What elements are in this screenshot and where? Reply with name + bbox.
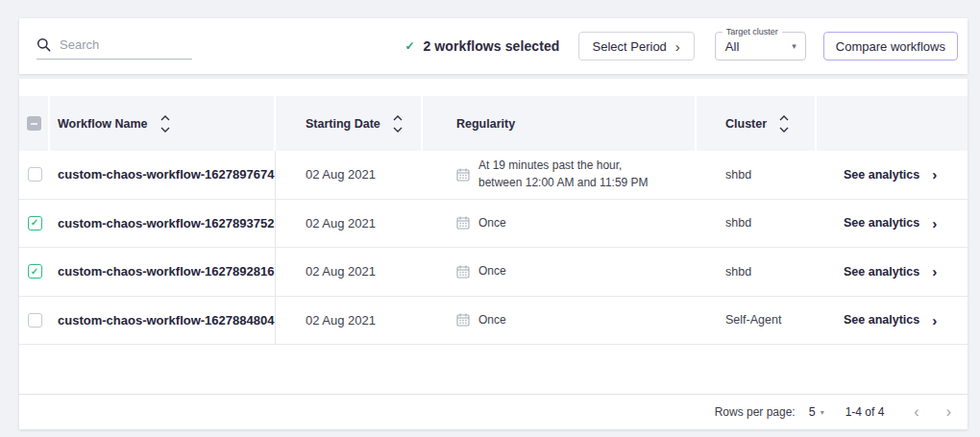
row-checkbox[interactable]: ✓	[28, 216, 42, 231]
table-body: ✓ custom-chaos-workflow-1627897674 02 Au…	[19, 151, 968, 345]
cluster-name: shbd	[725, 168, 751, 182]
see-analytics-label: See analytics	[844, 265, 919, 279]
table-row: ✓ custom-chaos-workflow-1627897674 02 Au…	[19, 151, 968, 200]
selected-summary-text: 2 workflows selected	[423, 38, 559, 54]
pagination-bar: Rows per page: 5 ▾ 1-4 of 4 ‹ ›	[19, 394, 968, 429]
see-analytics-label: See analytics	[844, 216, 919, 230]
previous-page-button[interactable]: ‹	[910, 402, 922, 422]
rows-per-page-label: Rows per page:	[715, 405, 796, 419]
search-icon	[37, 37, 51, 52]
see-analytics-label: See analytics	[844, 313, 919, 327]
sort-cluster[interactable]	[779, 115, 789, 133]
chevron-right-icon: ›	[932, 264, 937, 279]
calendar-icon	[456, 313, 470, 327]
cluster-name: shbd	[725, 265, 751, 279]
caret-down-icon: ▾	[792, 41, 796, 51]
chevron-right-icon: ›	[932, 167, 937, 182]
table-row: ✓ custom-chaos-workflow-1627892816 02 Au…	[19, 248, 968, 297]
see-analytics-link[interactable]: See analytics›	[844, 313, 937, 328]
see-analytics-label: See analytics	[844, 168, 919, 182]
chevron-up-icon	[779, 115, 789, 121]
starting-date: 02 Aug 2021	[306, 264, 376, 279]
selected-workflows-summary: ✓ 2 workflows selected	[404, 38, 559, 54]
calendar-icon	[456, 265, 470, 279]
starting-date: 02 Aug 2021	[306, 313, 376, 328]
rows-per-page-select[interactable]: 5 ▾	[809, 405, 824, 419]
row-checkbox[interactable]: ✓	[28, 264, 42, 279]
workflow-name: custom-chaos-workflow-1627893752	[58, 216, 274, 231]
starting-date: 02 Aug 2021	[306, 216, 376, 231]
workflow-name: custom-chaos-workflow-1627884804	[58, 313, 274, 328]
pagination-range: 1-4 of 4	[845, 405, 885, 419]
check-icon: ✓	[404, 39, 414, 53]
target-cluster-select[interactable]: Target cluster All ▾	[715, 32, 806, 61]
chevron-down-icon	[393, 127, 403, 133]
column-header-cluster: Cluster	[725, 117, 767, 131]
compare-workflows-button[interactable]: Compare workflows	[823, 32, 958, 61]
sort-workflow-name[interactable]	[160, 115, 170, 133]
search-field[interactable]	[37, 37, 192, 60]
row-checkbox[interactable]: ✓	[28, 313, 42, 328]
select-period-button[interactable]: Select Period ›	[578, 32, 695, 61]
calendar-icon	[456, 216, 470, 230]
next-page-button[interactable]: ›	[943, 402, 955, 422]
select-period-label: Select Period	[593, 39, 667, 54]
search-input[interactable]	[60, 37, 175, 52]
regularity-text: Once	[478, 263, 506, 279]
table-header: Workflow Name Starting Date Regularity C…	[19, 96, 968, 151]
regularity-text: Once	[478, 312, 506, 328]
chevron-right-icon: ›	[932, 313, 937, 328]
column-header-regularity: Regularity	[456, 117, 515, 131]
cluster-name: shbd	[725, 216, 751, 230]
regularity-text: At 19 minutes past the hour, between 12:…	[478, 158, 649, 191]
column-header-workflow-name: Workflow Name	[58, 117, 148, 131]
chevron-up-icon	[393, 115, 403, 121]
chevron-down-icon	[779, 127, 789, 133]
regularity-text: Once	[478, 215, 506, 231]
workflows-table-card: Workflow Name Starting Date Regularity C…	[19, 79, 968, 429]
workflow-name: custom-chaos-workflow-1627892816	[58, 264, 274, 279]
see-analytics-link[interactable]: See analytics›	[844, 216, 937, 231]
table-row: ✓ custom-chaos-workflow-1627884804 02 Au…	[19, 297, 968, 346]
cluster-name: Self-Agent	[725, 313, 781, 327]
indeterminate-icon	[31, 123, 37, 125]
checkbox-check-icon: ✓	[31, 267, 38, 277]
see-analytics-link[interactable]: See analytics›	[844, 264, 937, 279]
rows-per-page-value: 5	[809, 405, 816, 419]
chevron-up-icon	[160, 115, 170, 121]
checkbox-check-icon: ✓	[31, 218, 38, 228]
calendar-icon	[456, 168, 470, 182]
starting-date: 02 Aug 2021	[306, 167, 376, 182]
select-all-checkbox[interactable]	[27, 116, 41, 131]
table-row: ✓ custom-chaos-workflow-1627893752 02 Au…	[19, 200, 968, 249]
caret-down-icon: ▾	[821, 408, 824, 417]
workflow-name: custom-chaos-workflow-1627897674	[58, 167, 274, 182]
row-checkbox[interactable]: ✓	[28, 167, 42, 182]
compare-workflows-label: Compare workflows	[836, 39, 945, 54]
sort-starting-date[interactable]	[393, 115, 403, 133]
chevron-right-icon: ›	[675, 39, 680, 54]
column-header-starting-date: Starting Date	[306, 117, 380, 131]
see-analytics-link[interactable]: See analytics›	[844, 167, 937, 182]
chevron-down-icon	[160, 127, 170, 133]
toolbar: ✓ 2 workflows selected Select Period › T…	[19, 18, 968, 74]
target-cluster-label: Target cluster	[723, 27, 782, 36]
chevron-right-icon: ›	[932, 216, 937, 231]
target-cluster-value: All	[725, 39, 792, 54]
